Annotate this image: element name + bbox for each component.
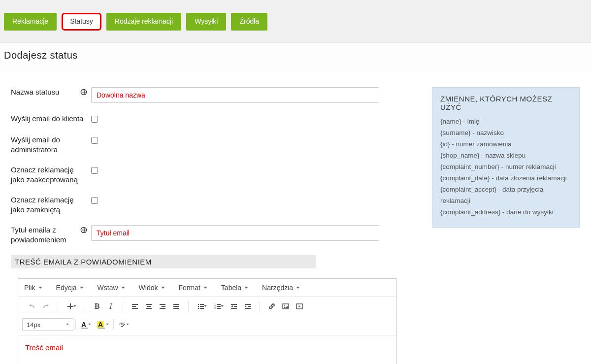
editor-menu-narzedzia[interactable]: Narzędzia — [262, 284, 300, 292]
editor-menu-tabela[interactable]: Tabela — [221, 284, 248, 292]
label-email-title: Tytuł emaila z powiadomieniem — [11, 225, 91, 244]
outdent-icon[interactable] — [227, 300, 241, 313]
variable-item: {complaint_address} - dane do wysyłki — [440, 207, 571, 218]
variable-item: {complaint_date} - data złożenia reklama… — [440, 173, 571, 184]
redo-icon[interactable] — [39, 300, 53, 313]
label-email-admin: Wyślij email do administratora — [11, 135, 91, 154]
bold-icon[interactable]: B — [90, 300, 104, 313]
font-size-select[interactable]: 14px — [22, 318, 73, 331]
svg-text:3: 3 — [214, 307, 216, 310]
editor-menu-edycja[interactable]: Edycja — [56, 284, 84, 292]
variable-item: {surname} - nazwisko — [440, 128, 571, 139]
variable-item: {shop_name} - nazwa sklepu — [440, 150, 571, 162]
background-color-icon[interactable]: A — [95, 318, 111, 331]
svg-point-4 — [198, 308, 199, 309]
tab-statusy[interactable]: Statusy — [62, 13, 101, 31]
input-email-title[interactable] — [91, 225, 379, 241]
spellcheck-icon[interactable]: ABC — [116, 318, 132, 331]
label-status-name: Nazwa statusu — [11, 87, 91, 97]
label-email-client: Wyślij email do klienta — [11, 114, 91, 124]
variable-item: {id} - numer zamówienia — [440, 139, 571, 150]
svg-point-3 — [198, 306, 199, 307]
align-right-icon[interactable] — [156, 300, 169, 313]
image-icon[interactable] — [279, 300, 293, 313]
editor-toolbar-row1: B I — [18, 297, 396, 315]
checkbox-mark-accepted[interactable] — [91, 167, 98, 174]
editor-toolbar-row2: 14px A A ABC — [18, 315, 396, 335]
insert-add-icon[interactable] — [63, 300, 80, 313]
editor-menu-wstaw[interactable]: Wstaw — [98, 284, 125, 292]
editor-menu-widok[interactable]: Widok — [139, 284, 165, 292]
tab-reklamacje[interactable]: Reklamacje — [4, 13, 57, 31]
variables-panel-title: ZMIENNE, KTÓRYCH MOŻESZ UŻYĆ — [440, 95, 571, 111]
link-icon[interactable] — [265, 300, 279, 313]
checkbox-mark-closed[interactable] — [91, 197, 98, 204]
rich-text-editor: Plik Edycja Wstaw Widok Format Tabela Na… — [18, 278, 397, 364]
numbered-list-icon[interactable]: 123 — [210, 300, 227, 313]
variables-panel: ZMIENNE, KTÓRYCH MOŻESZ UŻYĆ {name} - im… — [432, 87, 580, 227]
tab-wysylki[interactable]: Wysyłki — [186, 13, 226, 31]
bulleted-list-icon[interactable] — [194, 300, 210, 313]
editor-menu-format[interactable]: Format — [179, 284, 207, 292]
globe-icon[interactable] — [80, 88, 87, 95]
label-mark-accepted: Oznacz reklamację jako zaakceptowaną — [11, 165, 91, 184]
undo-icon[interactable] — [25, 300, 39, 313]
checkbox-email-admin[interactable] — [91, 137, 98, 144]
svg-point-9 — [284, 305, 285, 306]
svg-point-2 — [198, 304, 199, 305]
page-title: Dodajesz status — [0, 43, 591, 70]
align-left-icon[interactable] — [128, 300, 142, 313]
globe-icon[interactable] — [80, 226, 87, 233]
indent-icon[interactable] — [241, 300, 255, 313]
tab-rodzaje-reklamacji[interactable]: Rodzaje reklamacji — [106, 13, 181, 31]
editor-menubar: Plik Edycja Wstaw Widok Format Tabela Na… — [18, 279, 396, 297]
align-center-icon[interactable] — [142, 300, 156, 313]
checkbox-email-client[interactable] — [91, 116, 98, 123]
variable-item: {name} - imię — [440, 116, 571, 128]
italic-icon[interactable]: I — [104, 300, 118, 313]
media-icon[interactable] — [293, 300, 306, 313]
variable-item: {complaint_number} - numer reklamacji — [440, 162, 571, 173]
input-status-name[interactable] — [91, 87, 379, 103]
section-email-body-heading: TREŚĆ EMAILA Z POWIADOMIENIEM — [11, 255, 316, 268]
text-color-icon[interactable]: A — [78, 318, 95, 331]
tab-bar: Reklamacje Statusy Rodzaje reklamacji Wy… — [0, 0, 591, 43]
variable-item: {complaint_accept} - data przyjęcia rekl… — [440, 184, 571, 207]
editor-menu-plik[interactable]: Plik — [24, 284, 42, 292]
editor-body[interactable]: Treść email — [18, 335, 396, 364]
tab-zrodla[interactable]: Źródła — [231, 13, 267, 31]
align-justify-icon[interactable] — [169, 300, 183, 313]
label-mark-closed: Oznacz reklamację jako zamkniętą — [11, 195, 91, 214]
